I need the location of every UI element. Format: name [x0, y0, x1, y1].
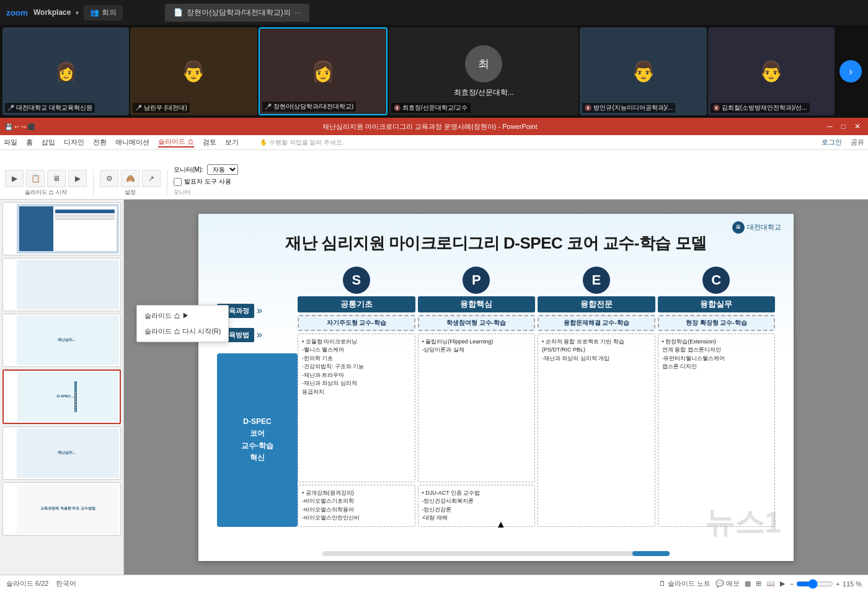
popup-item-slideshow[interactable]: 슬라이드 쇼 ▶ [137, 308, 228, 324]
body-s: • 모듈형 마이크로러닝 -웰니스 웰스케어 -한의학 기초 -건강의법칙: 구… [298, 334, 415, 482]
chevron-down-icon[interactable]: ▾ [76, 9, 79, 16]
dspec-center-label: D-SPEC 코어 교수-학습 혁신 [217, 353, 298, 527]
popup-item-restart[interactable]: 슬라이드 쇼 다시 시작(R) [137, 324, 228, 339]
letter-p: P [463, 267, 490, 294]
zoom-out-button[interactable]: − [790, 580, 794, 588]
video-label-1: 🎤 대전대학교 대학교육혁신원 [5, 103, 95, 113]
video-label-2: 🎤 남린우 (대전대) [133, 103, 189, 113]
custom-slideshow-button[interactable]: ▶ [68, 170, 87, 187]
zoom-in-button[interactable]: + [836, 580, 839, 588]
video-tile-2[interactable]: 👨 🎤 남린우 (대전대) [130, 27, 257, 115]
presenter-view-checkbox[interactable] [174, 178, 182, 186]
body-p: • 플립러닝(Flipped Learning) -상담이론과 실제 [418, 334, 536, 482]
body-c: • 현장학습(Extension) 연계 융합 캡스톤디자인 -유먼터치웰니스웰… [658, 334, 776, 527]
menu-view[interactable]: 보기 [225, 138, 239, 147]
video-area: 👩 🎤 대전대학교 대학교육혁신원 👨 🎤 남린우 (대전대) 👩 🎤 장현아(… [0, 25, 868, 118]
menu-file[interactable]: 파일 [4, 138, 17, 147]
login-button[interactable]: 로그인 [822, 138, 842, 147]
letter-e: E [583, 267, 610, 294]
slide-title: 재난 심리지원 마이크로디그리 D-SPEC 코어 교수-학습 모델 [217, 232, 775, 254]
letter-c: C [702, 267, 730, 294]
meeting-tab[interactable]: 📄 장현아(상담학과/대전대학교)의 ··· [165, 4, 309, 22]
minimize-button[interactable]: ─ [825, 122, 835, 131]
ppt-title: 재난심리지원 마이크로디그리 교육과정 운영사례(장현아) - PowerPoi… [322, 122, 538, 131]
view-normal-button[interactable]: ▦ [745, 580, 751, 588]
slide-thumb-5[interactable]: 5 재난심리... [2, 314, 121, 367]
subtitle-s: 자기주도형 교수-학습 [298, 315, 415, 331]
zoom-logo: zoom Workplace [6, 6, 71, 19]
slide-thumb-3[interactable]: 3 [2, 202, 121, 255]
meeting-button[interactable]: 👥 회의 [84, 5, 123, 20]
subtitle-e: 융합문제해결 교수-학습 [538, 315, 655, 331]
menu-transition[interactable]: 전환 [93, 138, 107, 147]
slide-thumb-7[interactable]: 7 재난심리... [2, 426, 121, 480]
video-label-5: 🔇 방인규(지능미디어공학과)/... [582, 103, 675, 113]
window-controls[interactable]: ─ □ ✕ [825, 122, 863, 131]
slide-thumb-8[interactable]: 8 교육과정에 적용한 주요 교수방법 [2, 482, 121, 536]
view-reading-button[interactable]: 📖 [766, 580, 775, 588]
video-label-6: 🔇 김희철(소방방재안전학과)/선... [711, 103, 810, 113]
university-logo: 🏛 대전대학교 [732, 221, 781, 234]
video-label-4: 🔇 최효정/선문대학교/교수 [391, 103, 471, 113]
slide-thumb-6[interactable]: 6 D-SPEC... [2, 369, 121, 424]
online-presentation-button[interactable]: 🖥 [47, 170, 66, 187]
slide-scrollbar-h[interactable] [322, 551, 670, 556]
video-tile-5[interactable]: 👨 🔇 방인규(지능미디어공학과)/... [580, 27, 706, 115]
body-e: • 순차적 융합 프로젝트 기반 학습 (PS/DT/RIC PBL) -재난과… [538, 334, 655, 527]
title-p: 융합핵심 [418, 296, 536, 312]
zoom-topbar: zoom Workplace ▾ 👥 회의 📄 장현아(상담학과/대전대학교)의… [0, 0, 868, 25]
monitor-sublabel: 모니터 [174, 188, 238, 197]
menu-design[interactable]: 디자인 [64, 138, 84, 147]
next-participants-button[interactable]: › [839, 60, 862, 82]
slide-8-label: 교육과정에 적용한 주요 교수방법 [40, 506, 95, 511]
rehearse-button[interactable]: ↗ [142, 170, 161, 187]
video-tile-1[interactable]: 👩 🎤 대전대학교 대학교육혁신원 [2, 27, 129, 115]
slide-thumb-4[interactable]: 4 [2, 258, 121, 311]
ppt-ribbon: ▶ 📋 🖥 ▶ 슬라이드 쇼 시작 ⚙ 🙈 ↗ 설정 모니터(M): [0, 150, 868, 200]
ribbon-start-label: 슬라이드 쇼 시작 [25, 188, 67, 197]
video-tile-4[interactable]: 최 최효정/선문대학... 🔇 최효정/선문대학교/교수 [389, 27, 578, 115]
dspec-col-s: S 공통기초 자기주도형 교수-학습 • 모듈형 마이크로러닝 -웰니스 웰스케… [298, 267, 415, 527]
monitor-label: 모니터(M): [174, 166, 203, 174]
setup-button[interactable]: ⚙ [100, 170, 118, 187]
menu-animation[interactable]: 애니메이션 [115, 138, 149, 147]
dspec-col-p: P 융합핵심 학생참여형 교수-학습 • 플립러닝(Flipped Learni… [418, 267, 536, 527]
share-button[interactable]: 공유 [851, 138, 864, 147]
menu-slideshow[interactable]: 슬라이드 쇼 [158, 137, 194, 148]
maximize-button[interactable]: □ [839, 122, 848, 131]
letter-s: S [343, 267, 370, 294]
video-name-4: 최효정/선문대학... [454, 87, 514, 98]
from-beginning-button[interactable]: ▶ [5, 170, 24, 187]
video-tile-6[interactable]: 👨 🔇 김희철(소방방재안전학과)/선... [708, 27, 835, 115]
title-s: 공통기초 [298, 296, 415, 312]
dspec-col-e: E 융합전문 융합문제해결 교수-학습 • 순차적 융합 프로젝트 기반 학습 … [538, 267, 655, 527]
zoom-control[interactable]: − + 115 % [790, 579, 862, 589]
video-tile-3[interactable]: 👩 🎤 장현아(상담학과/대전대학교) [259, 27, 388, 115]
subtitle-p: 학생참여형 교수-학습 [418, 315, 536, 331]
hide-slide-button[interactable]: 🙈 [121, 170, 140, 187]
slide-content: 🏛 대전대학교 재난 심리지원 마이크로디그리 D-SPEC 코어 교수-학습 … [198, 214, 794, 561]
scrollbar-thumb [632, 551, 670, 556]
ppt-statusbar: 슬라이드 6/22 한국어 🗒 슬라이드 노트 💬 메모 ▦ ⊞ 📖 ▶ − +… [0, 575, 868, 592]
comment-button[interactable]: 💬 메모 [715, 579, 740, 588]
title-e: 융합전문 [538, 296, 655, 312]
from-current-button[interactable]: 📋 [26, 170, 45, 187]
zoom-level-text: 115 % [843, 580, 862, 588]
close-button[interactable]: ✕ [852, 122, 863, 131]
body2-s: • 공개강좌(원격강의) -바이오엘스기초의학 -바이오엘스의학용어 -바이오엘… [298, 485, 415, 527]
zoom-slider[interactable] [796, 579, 833, 589]
title-c: 융합실무 [658, 296, 776, 312]
menu-review[interactable]: 검토 [203, 138, 216, 147]
slideshow-popup: 슬라이드 쇼 ▶ 슬라이드 쇼 다시 시작(R) [136, 305, 229, 342]
view-sorter-button[interactable]: ⊞ [756, 580, 761, 588]
notes-button[interactable]: 🗒 슬라이드 노트 [659, 579, 711, 588]
menu-home[interactable]: 홈 [26, 138, 33, 147]
language-status: 한국어 [56, 579, 76, 588]
workplace-label: Workplace [33, 8, 71, 17]
ribbon-settings-label: 설정 [125, 188, 136, 197]
menu-insert[interactable]: 삽입 [42, 138, 55, 147]
dspec-table: 교육과정 » 교육방법 » D-SPEC 코어 교수-학습 혁신 [217, 267, 775, 527]
view-slideshow-button[interactable]: ▶ [780, 580, 785, 588]
monitor-select[interactable]: 자동 [207, 164, 238, 175]
tab-more-icon[interactable]: ··· [294, 8, 301, 17]
